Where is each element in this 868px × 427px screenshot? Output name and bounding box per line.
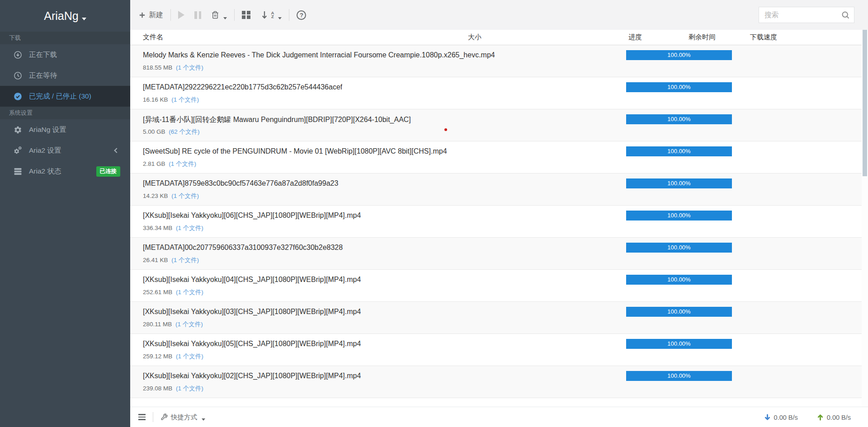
- toolbar: 新建: [130, 0, 868, 30]
- ariang-app: AriaNg 下载 正在下载 正在等待: [0, 0, 868, 427]
- scrollbar-track[interactable]: [862, 30, 868, 407]
- sidebar-item-label: 正在等待: [29, 71, 57, 80]
- sidebar-item-label: Aria2 状态: [29, 167, 61, 176]
- task-list: Melody Marks & Kenzie Reeves - The Dick …: [130, 45, 868, 406]
- global-download-speed: 0.00 B/s: [764, 414, 798, 421]
- task-name: [XKsub][Isekai Yakkyoku][05][CHS_JAP][10…: [143, 340, 361, 348]
- play-icon[interactable]: [178, 11, 184, 19]
- task-size: 239.08 MB: [143, 385, 172, 392]
- task-meta: 26.41 KB (1 个文件): [143, 256, 199, 264]
- task-row[interactable]: [异域-11番小队][回转企鹅罐 Mawaru Penguindrum][BDR…: [130, 109, 868, 141]
- toolbar-separator: [234, 9, 235, 21]
- sidebar-item-aria2-status[interactable]: Aria2 状态 已连接: [0, 161, 130, 182]
- help-icon[interactable]: ?: [297, 10, 306, 20]
- task-progress-bar: 100.00%: [626, 275, 732, 285]
- task-size: 336.34 MB: [143, 225, 172, 231]
- task-meta: 2.81 GB (1 个文件): [143, 160, 196, 168]
- task-row[interactable]: Melody Marks & Kenzie Reeves - The Dick …: [130, 45, 868, 77]
- sidebar-section-settings: 系统设置: [0, 107, 130, 119]
- task-name: [METADATA]2922296221ec220b1775d3c62b257e…: [143, 83, 342, 91]
- task-size: 280.11 MB: [143, 321, 172, 328]
- sidebar-item-label: AriaNg 设置: [29, 125, 66, 135]
- task-progress-fill: 100.00%: [626, 275, 732, 285]
- task-progress-bar: 100.00%: [626, 82, 732, 92]
- task-files-link[interactable]: (1 个文件): [176, 289, 203, 296]
- task-size: 5.00 GB: [143, 128, 165, 135]
- task-meta: 280.11 MB (1 个文件): [143, 320, 203, 328]
- task-row[interactable]: [XKsub][Isekai Yakkyoku][02][CHS_JAP][10…: [130, 366, 868, 398]
- task-row[interactable]: [METADATA]8759e83c0bc90cf57463e776a87a2d…: [130, 174, 868, 206]
- task-progress-label: 100.00%: [667, 212, 690, 219]
- sidebar-item-finished-stopped[interactable]: 已完成 / 已停止 (30): [0, 86, 130, 107]
- task-name: [XKsub][Isekai Yakkyoku][03][CHS_JAP][10…: [143, 308, 361, 316]
- sort-button[interactable]: A Z: [261, 11, 282, 19]
- task-name: [METADATA]00c207759606337a3100937e327f60…: [143, 244, 343, 252]
- task-progress-label: 100.00%: [667, 148, 690, 155]
- task-files-link[interactable]: (1 个文件): [175, 321, 203, 328]
- task-name: [异域-11番小队][回转企鹅罐 Mawaru Penguindrum][BDR…: [143, 115, 411, 125]
- delete-button[interactable]: [211, 11, 227, 19]
- toolbar-separator: [170, 9, 171, 21]
- task-progress-fill: 100.00%: [626, 371, 732, 381]
- task-files-link[interactable]: (1 个文件): [171, 192, 199, 199]
- sort-arrow-icon: [261, 11, 268, 19]
- task-size: 252.61 MB: [143, 289, 172, 296]
- task-name: [XKsub][Isekai Yakkyoku][02][CHS_JAP][10…: [143, 372, 361, 380]
- task-progress-label: 100.00%: [667, 340, 690, 347]
- app-title: AriaNg: [44, 9, 78, 23]
- task-row[interactable]: [XKsub][Isekai Yakkyoku][06][CHS_JAP][10…: [130, 206, 868, 238]
- task-progress-label: 100.00%: [667, 180, 690, 187]
- task-row[interactable]: [XKsub][Isekai Yakkyoku][03][CHS_JAP][10…: [130, 302, 868, 334]
- task-files-link[interactable]: (1 个文件): [169, 160, 196, 167]
- task-files-link[interactable]: (1 个文件): [176, 64, 203, 71]
- task-meta: 14.23 KB (1 个文件): [143, 192, 199, 200]
- search-input[interactable]: [759, 7, 854, 23]
- task-files-link[interactable]: (1 个文件): [171, 96, 199, 103]
- sidebar-item-label: 正在下载: [29, 50, 57, 60]
- scrollbar-thumb[interactable]: [863, 30, 867, 176]
- hamburger-icon[interactable]: [138, 414, 146, 420]
- sidebar-item-waiting[interactable]: 正在等待: [0, 65, 130, 86]
- column-header-progress: 进度: [628, 33, 642, 42]
- grid-view-icon[interactable]: [242, 11, 250, 19]
- caret-down-icon: [223, 17, 227, 19]
- pause-icon[interactable]: [194, 11, 201, 19]
- task-files-link[interactable]: (1 个文件): [171, 257, 199, 263]
- task-meta: 252.61 MB (1 个文件): [143, 288, 203, 296]
- task-files-link[interactable]: (1 个文件): [176, 225, 203, 231]
- task-progress-fill: 100.00%: [626, 50, 732, 60]
- red-dot: [444, 128, 447, 131]
- task-meta: 239.08 MB (1 个文件): [143, 385, 203, 393]
- task-files-link[interactable]: (62 个文件): [169, 128, 199, 135]
- task-size: 14.23 KB: [143, 192, 168, 199]
- task-name: Melody Marks & Kenzie Reeves - The Dick …: [143, 51, 495, 59]
- task-row[interactable]: [XKsub][Isekai Yakkyoku][04][CHS_JAP][10…: [130, 270, 868, 302]
- task-progress-fill: 100.00%: [626, 339, 732, 349]
- connected-badge: 已连接: [96, 166, 121, 177]
- sidebar-item-label: 已完成 / 已停止 (30): [29, 92, 91, 101]
- sidebar-item-ariang-settings[interactable]: AriaNg 设置: [0, 119, 130, 140]
- app-logo[interactable]: AriaNg: [0, 0, 130, 32]
- clock-icon: [14, 71, 22, 80]
- shortcuts-button[interactable]: 快捷方式: [160, 413, 205, 422]
- check-circle-icon: [14, 92, 22, 101]
- gears-icon: [14, 146, 22, 155]
- task-size: 259.12 MB: [143, 353, 172, 360]
- task-row[interactable]: [METADATA]00c207759606337a3100937e327f60…: [130, 238, 868, 270]
- task-row[interactable]: [XKsub][Isekai Yakkyoku][05][CHS_JAP][10…: [130, 334, 868, 366]
- task-files-link[interactable]: (1 个文件): [176, 353, 203, 360]
- task-row[interactable]: [SweetSub] RE cycle of the PENGUINDRUM -…: [130, 141, 868, 174]
- sort-az-icon: A Z: [271, 11, 274, 19]
- task-progress-label: 100.00%: [667, 244, 690, 251]
- task-progress-bar: 100.00%: [626, 178, 732, 188]
- task-row[interactable]: [METADATA]2922296221ec220b1775d3c62b257e…: [130, 77, 868, 109]
- task-name: [SweetSub] RE cycle of the PENGUINDRUM -…: [143, 147, 447, 155]
- new-task-button[interactable]: 新建: [138, 10, 163, 20]
- sidebar-item-aria2-settings[interactable]: Aria2 设置: [0, 140, 130, 161]
- wrench-icon: [160, 413, 168, 421]
- sidebar-item-downloading[interactable]: 正在下载: [0, 44, 130, 65]
- task-files-link[interactable]: (1 个文件): [176, 385, 203, 392]
- task-meta: 5.00 GB (62 个文件): [143, 128, 200, 136]
- sidebar-item-label: Aria2 设置: [29, 146, 61, 155]
- plus-icon: [138, 11, 146, 19]
